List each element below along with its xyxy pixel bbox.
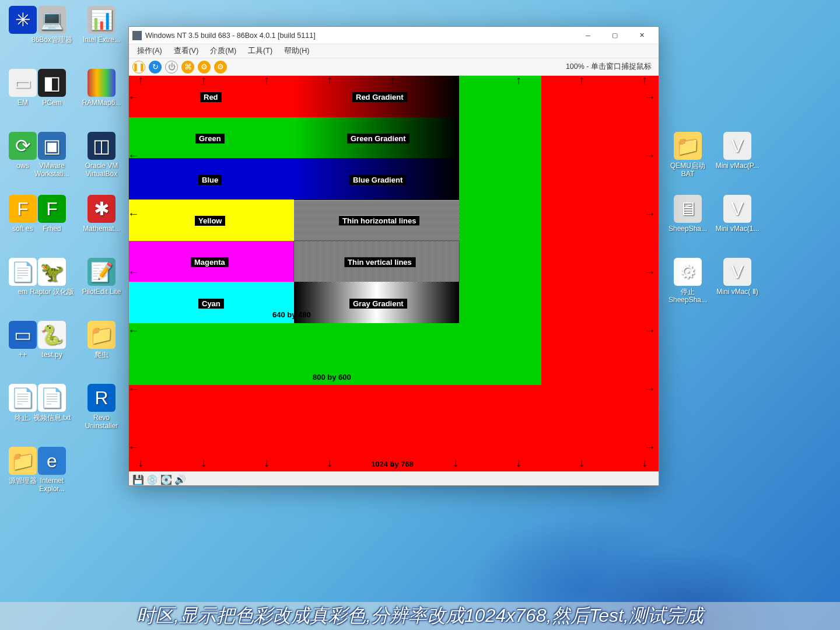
edge-arrow: ↑ — [264, 76, 270, 87]
power-icon[interactable]: ⏻ — [165, 61, 178, 74]
app-icon: ◧ — [38, 69, 66, 97]
lbl-yellow: Yellow — [195, 216, 225, 226]
edge-arrow: ↓ — [390, 456, 396, 470]
desktop-icon[interactable]: 🐍test.py — [29, 321, 75, 359]
frame-640 — [129, 76, 459, 323]
icon-label: QEMU启动 BAT — [665, 162, 710, 178]
desktop-icon[interactable]: ⚙停止 SheepSha... — [665, 258, 710, 304]
icon-label: Mini vMac(P... — [716, 162, 759, 170]
close-button[interactable]: ✕ — [628, 27, 655, 44]
emulated-display[interactable]: Red Red Gradient Green Green Gradient Bl… — [129, 76, 659, 471]
minimize-button[interactable]: ─ — [575, 27, 601, 44]
edge-arrow: ↑ — [390, 76, 396, 87]
desktop-icon[interactable]: VMini vMac( Ⅱ) — [715, 258, 760, 296]
desktop-icon[interactable]: 📁爬虫 — [79, 321, 124, 359]
app-icon: ✱ — [88, 195, 116, 223]
desktop-icon[interactable]: ▣VMware Workstati... — [29, 132, 75, 178]
app-icon: 📊 — [88, 6, 116, 34]
desktop-icon[interactable]: 📄视频信息.txt — [29, 384, 75, 422]
emulator-window: Windows NT 3.5 build 683 - 86Box 4.0.1 [… — [128, 26, 659, 486]
app-icon: 📁 — [88, 321, 116, 349]
app-icon — [88, 69, 116, 97]
icon-label: Raptor 汉化版 — [30, 288, 74, 296]
edge-arrow: ↓ — [516, 456, 522, 470]
video-caption: 时区,显示把色彩改成真彩色,分辨率改成1024x768,然后Test,测试完成 — [0, 602, 840, 630]
desktop-icon[interactable]: RRevo Uninstaller — [79, 384, 124, 430]
edge-arrow: → — [644, 149, 656, 162]
desktop-icon[interactable]: 📝PilotEdit Lite — [79, 258, 124, 296]
icon-label: Intel Extre... — [83, 36, 120, 44]
menu-help[interactable]: 帮助(H) — [278, 45, 315, 57]
menu-tools[interactable]: 工具(T) — [242, 45, 278, 57]
app-icon: 📝 — [88, 258, 116, 286]
app-icon: ◫ — [88, 132, 116, 160]
desktop-icon[interactable]: ◧PCem — [29, 69, 75, 107]
icon-label: PilotEdit Lite — [82, 288, 121, 296]
edge-arrow: ↑ — [138, 76, 144, 87]
lbl-cyan: Cyan — [198, 299, 224, 309]
menu-action[interactable]: 操作(A) — [131, 45, 168, 57]
reset-icon[interactable]: ↻ — [149, 61, 162, 74]
lbl-magenta: Magenta — [191, 257, 229, 267]
edge-arrow: ← — [129, 382, 139, 396]
desktop-icon[interactable]: 📊Intel Extre... — [79, 6, 124, 44]
desktop-icon[interactable]: eInternet Explor... — [29, 447, 75, 494]
app-icon: R — [88, 384, 116, 412]
menu-view[interactable]: 查看(V) — [168, 45, 205, 57]
icon-label: Mathemat... — [83, 225, 120, 233]
icon-label: ++ — [19, 351, 27, 359]
desktop-icon[interactable]: VMini vMac(1... — [715, 195, 760, 233]
desktop-icon[interactable]: 🖥SheepSha... — [665, 195, 710, 233]
icon-label: test.py — [41, 351, 62, 359]
icon-label: Oracle VM VirtualBox — [79, 162, 124, 178]
screenshot-icon[interactable]: ⚙ — [214, 61, 227, 74]
lbl-vlines: Thin vertical lines — [344, 257, 415, 267]
window-title: Windows NT 3.5 build 683 - 86Box 4.0.1 [… — [145, 32, 316, 40]
cad-icon[interactable]: ⌘ — [181, 61, 194, 74]
statusbar: 💾 💿 💽 🔊 — [129, 471, 659, 485]
edge-arrow: ← — [129, 149, 139, 162]
edge-arrow: ↑ — [642, 76, 648, 87]
edge-arrow: ↓ — [579, 456, 584, 470]
desktop-icon[interactable]: ◫Oracle VM VirtualBox — [79, 132, 124, 178]
desktop-icon[interactable]: 💻86Box管理器 — [29, 6, 75, 44]
app-icon: 🐍 — [38, 321, 66, 349]
app-icon: ⚙ — [674, 258, 702, 286]
icon-label: Frhed — [43, 225, 61, 233]
desktop-icon[interactable]: VMini vMac(P... — [715, 132, 760, 170]
icon-label: Internet Explor... — [29, 477, 75, 494]
lbl-red-g: Red Gradient — [352, 92, 407, 102]
icon-label: Revo Uninstaller — [79, 414, 124, 430]
edge-arrow: → — [644, 265, 656, 279]
app-icon: V — [723, 195, 751, 223]
app-icon: 💻 — [38, 6, 66, 34]
edge-arrow: ↓ — [264, 456, 270, 470]
lbl-blue: Blue — [198, 175, 222, 185]
titlebar[interactable]: Windows NT 3.5 build 683 - 86Box 4.0.1 [… — [129, 27, 659, 44]
settings-icon[interactable]: ⚙ — [198, 61, 211, 74]
app-icon — [132, 31, 142, 40]
lbl-gray-g: Gray Gradient — [349, 299, 407, 309]
pause-icon[interactable]: ❚❚ — [132, 61, 145, 74]
edge-arrow: → — [644, 90, 656, 104]
lbl-green-g: Green Gradient — [347, 134, 410, 144]
maximize-button[interactable]: ▢ — [601, 27, 628, 44]
res-640: 640 by 480 — [272, 310, 311, 319]
icon-label: 停止 SheepSha... — [665, 288, 710, 304]
icon-label: Mini vMac( Ⅱ) — [716, 288, 758, 296]
icon-label: VMware Workstati... — [29, 162, 75, 178]
app-icon: V — [723, 258, 751, 286]
edge-arrow: ↑ — [579, 76, 584, 87]
desktop-icon[interactable]: 🦖Raptor 汉化版 — [29, 258, 75, 296]
desktop-icon[interactable]: RAMMap6... — [79, 69, 124, 107]
menu-media[interactable]: 介质(M) — [204, 45, 242, 57]
lbl-blue-g: Blue Gradient — [349, 175, 406, 185]
app-icon: ▣ — [38, 132, 66, 160]
icon-label: em — [18, 288, 28, 296]
desktop-icon[interactable]: FFrhed — [29, 195, 75, 233]
toolbar: ❚❚ ↻ ⏻ ⌘ ⚙ ⚙ 100% - 单击窗口捕捉鼠标 — [129, 58, 659, 76]
lbl-red: Red — [200, 92, 222, 102]
desktop-icon[interactable]: ✱Mathemat... — [79, 195, 124, 233]
zoom-status: 100% - 单击窗口捕捉鼠标 — [566, 62, 655, 72]
desktop-icon[interactable]: 📁QEMU启动 BAT — [665, 132, 710, 178]
